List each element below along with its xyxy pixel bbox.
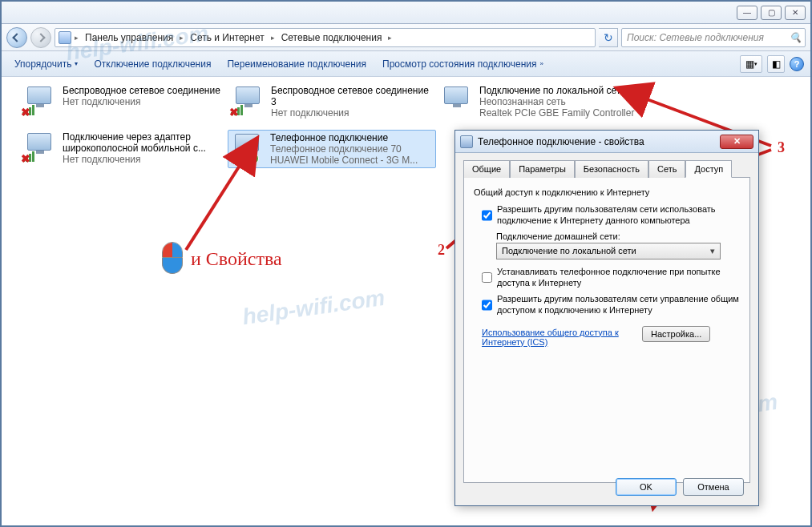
window-close-button[interactable]: ✕ <box>785 6 806 20</box>
establish-dialup-checkbox[interactable] <box>482 267 492 289</box>
refresh-button[interactable]: ↻ <box>599 28 618 47</box>
tab-general[interactable]: Общие <box>463 160 510 178</box>
view-status-button[interactable]: Просмотр состояния подключения» <box>376 55 550 73</box>
annotation-properties-text: и Свойства <box>191 248 282 270</box>
chevron-right-icon: ▸ <box>386 34 394 42</box>
window-maximize-button[interactable]: ▢ <box>761 6 782 20</box>
connection-item-broadband[interactable]: ✖ Подключение через адаптер широкополосн… <box>22 131 223 165</box>
address-bar: ▸ Панель управления ▸ Сеть и Интернет ▸ … <box>2 24 810 51</box>
disconnected-x-icon: ✖ <box>229 106 240 117</box>
tab-options[interactable]: Параметры <box>510 160 575 178</box>
search-input[interactable]: Поиск: Сетевые подключения 🔍 <box>621 28 806 47</box>
properties-dialog: Телефонное подключение - свойства ✕ Общи… <box>454 130 759 506</box>
chevron-right-icon: ▸ <box>73 34 80 42</box>
breadcrumb-item[interactable]: Сетевые подключения <box>278 30 386 45</box>
chevron-right-icon: ▸ <box>269 34 277 42</box>
dialog-titlebar[interactable]: Телефонное подключение - свойства ✕ <box>455 131 758 153</box>
settings-button[interactable]: Настройка... <box>642 326 710 342</box>
preview-pane-button[interactable]: ◧ <box>767 55 785 73</box>
disable-connection-button[interactable]: Отключение подключения <box>87 55 217 73</box>
home-network-combo[interactable]: Подключение по локальной сети <box>496 243 721 259</box>
connection-item-phone[interactable]: ✓ Телефонное подключениеТелефонное подкл… <box>228 130 436 168</box>
network-adapter-icon: ✖ <box>22 131 56 163</box>
help-icon[interactable]: ? <box>790 57 804 71</box>
rename-connection-button[interactable]: Переименование подключения <box>220 55 373 73</box>
nav-forward-button[interactable] <box>30 27 51 48</box>
dialog-close-button[interactable]: ✕ <box>720 135 753 149</box>
tab-sharing[interactable]: Доступ <box>685 160 732 178</box>
connection-item-wireless-1[interactable]: ✖ Беспроводное сетевое соединениеНет под… <box>22 85 223 117</box>
ok-button[interactable]: OK <box>616 478 677 496</box>
tab-network[interactable]: Сеть <box>648 160 685 178</box>
breadcrumb-item[interactable]: Панель управления <box>82 30 176 45</box>
disconnected-x-icon: ✖ <box>21 106 32 117</box>
network-adapter-icon: ✓ <box>230 132 264 164</box>
tab-security[interactable]: Безопасность <box>575 160 648 178</box>
mouse-icon <box>162 242 183 274</box>
connected-check-icon: ✓ <box>248 153 259 164</box>
network-adapter-icon: ✖ <box>231 85 265 117</box>
change-view-button[interactable]: ▦▾ <box>740 55 762 73</box>
dialog-title-text: Телефонное подключение - свойства <box>478 136 644 147</box>
window-titlebar: — ▢ ✕ <box>2 2 810 24</box>
annotation-number-2: 2 <box>438 242 445 259</box>
allow-others-checkbox[interactable] <box>482 204 492 227</box>
tab-strip: Общие Параметры Безопасность Сеть Доступ <box>455 153 758 177</box>
network-adapter-icon <box>439 85 473 117</box>
command-toolbar: Упорядочить▾ Отключение подключения Пере… <box>2 51 810 77</box>
breadcrumb-item[interactable]: Сеть и Интернет <box>187 30 267 45</box>
window-minimize-button[interactable]: — <box>737 6 757 20</box>
annotation-number-3: 3 <box>778 139 785 156</box>
home-network-label: Подключение домашней сети: <box>496 231 740 241</box>
search-icon: 🔍 <box>790 32 802 43</box>
watermark-text: help-wifi.com <box>241 285 387 331</box>
allow-control-checkbox[interactable] <box>482 294 492 316</box>
allow-control-label: Разрешить другим пользователям сети упра… <box>497 293 740 316</box>
connection-item-wireless-3[interactable]: ✖ Беспроводное сетевое соединение 3Нет п… <box>231 85 431 119</box>
network-adapter-icon: ✖ <box>22 85 56 117</box>
search-placeholder: Поиск: Сетевые подключения <box>627 32 764 43</box>
chevron-right-icon: ▸ <box>178 34 185 42</box>
allow-others-label: Разрешить другим пользователям сети испо… <box>497 203 740 227</box>
connection-item-lan[interactable]: Подключение по локальной сетиНеопознанна… <box>439 85 640 119</box>
control-panel-icon <box>59 31 71 44</box>
sharing-section-label: Общий доступ к подключению к Интернету <box>474 187 740 197</box>
ics-help-link[interactable]: Использование общего доступа к Интернету… <box>482 328 642 347</box>
organize-button[interactable]: Упорядочить▾ <box>8 55 84 73</box>
establish-dialup-label: Устанавливать телефонное подключение при… <box>497 266 740 289</box>
nav-back-button[interactable] <box>6 27 27 48</box>
tab-panel-sharing: Общий доступ к подключению к Интернету Р… <box>463 177 750 483</box>
dialog-icon <box>460 135 473 148</box>
disconnected-x-icon: ✖ <box>21 152 32 163</box>
cancel-button[interactable]: Отмена <box>683 478 744 496</box>
breadcrumb[interactable]: ▸ Панель управления ▸ Сеть и Интернет ▸ … <box>55 28 596 47</box>
